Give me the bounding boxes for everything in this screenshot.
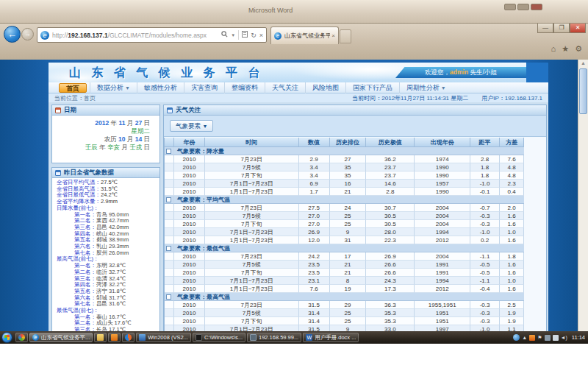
home-icon[interactable]: ⌂ bbox=[551, 44, 556, 54]
refresh-icon[interactable]: ↻ bbox=[251, 32, 257, 39]
menu-item-2[interactable]: 数据分析 ▼ bbox=[90, 82, 137, 93]
table-row[interactable]: 20107月下旬3.43523.719901.84.8 bbox=[165, 171, 524, 180]
menu-item-8[interactable]: 国家下行产品 bbox=[345, 82, 399, 93]
table-cell: 2010 bbox=[174, 261, 205, 269]
tab-close-icon[interactable]: × bbox=[331, 32, 335, 39]
taskbar-task-2[interactable]: e山东省气候业务平... bbox=[29, 333, 93, 342]
stop-icon[interactable]: × bbox=[259, 32, 263, 39]
table-group-row[interactable]: 气象要素：平均气温 bbox=[165, 196, 524, 204]
table-group-row[interactable]: 气象要素：最低气温 bbox=[165, 244, 524, 252]
ranking-value: 临沂 32.7℃ bbox=[96, 269, 126, 275]
menu-item-6[interactable]: 天气关注 bbox=[265, 82, 305, 93]
address-bar[interactable]: e http://192.168.137.1/GLCCLIMATE/module… bbox=[37, 27, 267, 43]
column-header[interactable]: 历史排位 bbox=[330, 138, 367, 147]
taskbar-task-3[interactable] bbox=[94, 333, 107, 342]
table-row[interactable]: 20107月5候3.43523.719901.84.8 bbox=[165, 163, 524, 171]
table-row[interactable]: 20107月23日27.52430.72004-0.72.0 bbox=[165, 204, 524, 212]
column-header[interactable]: 出现年份 bbox=[415, 138, 470, 147]
table-group-row[interactable]: 气象要素：最高气温 bbox=[165, 293, 524, 301]
taskbar-clock[interactable]: 11:14 bbox=[572, 334, 585, 341]
taskbar-task-4[interactable] bbox=[108, 333, 121, 342]
back-button[interactable]: ← bbox=[4, 26, 21, 43]
start-button[interactable] bbox=[1, 332, 12, 343]
compatibility-icon[interactable] bbox=[242, 31, 248, 39]
table-row[interactable]: 20101月1日~7月23日7.61917.32012-0.41.6 bbox=[165, 285, 524, 293]
scroll-up-icon[interactable]: ▲ bbox=[578, 60, 588, 66]
close-icon[interactable] bbox=[531, 4, 542, 10]
collapse-icon[interactable] bbox=[166, 149, 171, 154]
taskbar-task-5[interactable] bbox=[122, 333, 135, 342]
network-tray-icon[interactable] bbox=[553, 335, 559, 341]
table-row[interactable]: 20107月23日31.52936.31955,1951-0.32.5 bbox=[165, 301, 524, 309]
column-header[interactable]: 时间 bbox=[205, 138, 299, 147]
maximize-button[interactable]: ❐ bbox=[553, 24, 570, 33]
taskbar-task-7[interactable]: C:\Windows\s... bbox=[193, 333, 245, 342]
new-tab-button[interactable] bbox=[340, 29, 351, 43]
table-row[interactable]: 20107月下旬23.52126.61991-0.51.6 bbox=[165, 269, 524, 277]
menu-item-1[interactable]: 首页 bbox=[59, 83, 87, 93]
taskbar-task-9[interactable]: W用户手册.docx ... bbox=[303, 333, 359, 342]
table-row[interactable]: 20107月23日24.21726.92004-1.11.8 bbox=[165, 252, 524, 261]
taskbar-task-6[interactable]: Win2008 (VS2... bbox=[136, 333, 191, 342]
globe-tray-icon[interactable] bbox=[513, 334, 520, 341]
minimize-icon[interactable] bbox=[504, 4, 516, 10]
scrollbar-thumb[interactable] bbox=[579, 68, 587, 114]
table-group-row[interactable]: 气象要素：降水量 bbox=[165, 147, 524, 155]
chevron-down-icon[interactable]: ▼ bbox=[231, 33, 235, 38]
table-row[interactable]: 20107月23日2.92736.219742.87.6 bbox=[165, 155, 524, 163]
forward-button[interactable]: → bbox=[21, 28, 34, 40]
favorites-star-icon[interactable]: ★ bbox=[562, 44, 569, 54]
table-cell: 16 bbox=[330, 180, 367, 188]
table-cell: 9 bbox=[330, 228, 367, 236]
menu-item-7[interactable]: 风险地图 bbox=[305, 82, 345, 93]
column-header[interactable]: 历史极值 bbox=[366, 138, 415, 147]
minimize-button[interactable]: — bbox=[537, 24, 553, 33]
collapse-icon[interactable] bbox=[166, 246, 171, 251]
search-icon[interactable] bbox=[221, 31, 228, 39]
menu-item-5[interactable]: 整编资料 bbox=[224, 82, 265, 93]
maximize-icon[interactable] bbox=[517, 4, 529, 10]
thunder-tray-icon[interactable] bbox=[529, 335, 535, 341]
close-button[interactable]: ✕ bbox=[570, 24, 586, 33]
pinwheel-task-icon bbox=[18, 334, 25, 341]
taskbar-task-1[interactable] bbox=[15, 333, 28, 342]
column-header[interactable]: 数值 bbox=[299, 138, 330, 147]
table-cell: 31 bbox=[330, 236, 367, 244]
column-header[interactable]: 方差 bbox=[500, 138, 524, 147]
table-cell: 35 bbox=[330, 171, 367, 180]
ranking-rank: 第一名： bbox=[74, 262, 96, 269]
table-row[interactable]: 20107月下旬31.42535.31951-0.31.9 bbox=[165, 317, 524, 325]
table-row[interactable]: 20107月1日~7月23日26.9928.01994-1.01.0 bbox=[165, 228, 524, 236]
element-filter-button[interactable]: 气象要素 ▼ bbox=[170, 120, 213, 132]
menu-item-9[interactable]: 周期性分析 ▼ bbox=[399, 82, 453, 93]
collapse-icon[interactable] bbox=[166, 294, 171, 300]
table-cell: 35.3 bbox=[366, 309, 415, 317]
table-row[interactable]: 20107月5候23.52126.61991-0.51.6 bbox=[165, 261, 524, 269]
table-row[interactable]: 20107月5候31.42535.31951-0.31.9 bbox=[165, 309, 524, 317]
settings-gear-icon[interactable]: ⚙ bbox=[575, 44, 582, 54]
table-row[interactable]: 20107月1日~7月23日6.91614.61957-1.02.3 bbox=[165, 180, 524, 188]
table-row[interactable]: 20101月1日~7月23日1.7212.81990-0.10.4 bbox=[165, 188, 524, 196]
display-tray-icon[interactable] bbox=[545, 335, 551, 341]
column-header[interactable]: 距平 bbox=[470, 138, 500, 147]
calendar-icon bbox=[55, 107, 61, 113]
collapse-icon[interactable] bbox=[166, 197, 171, 202]
desktop-screen: Microsoft Word ← → e http://192.168.137.… bbox=[0, 0, 588, 344]
menu-item-4[interactable]: 灾害查询 bbox=[184, 82, 224, 93]
page-scrollbar[interactable]: ▲ ▼ bbox=[578, 60, 588, 344]
column-header[interactable]: 年份 bbox=[174, 138, 205, 147]
table-cell: 2010 bbox=[174, 163, 205, 171]
taskbar-task-8[interactable]: 192.168.59.99... bbox=[247, 333, 301, 342]
menu-item-3[interactable]: 敏感性分析 bbox=[137, 82, 184, 93]
url-text[interactable]: http://192.168.137.1/GLCCLIMATE/modules/… bbox=[52, 32, 221, 39]
volume-icon[interactable]: ◄) bbox=[561, 334, 567, 341]
table-row[interactable]: 20107月5候27.02530.52004-0.31.6 bbox=[165, 212, 524, 220]
header-corner bbox=[526, 63, 548, 82]
show-hidden-icons[interactable]: ▲ bbox=[522, 334, 527, 341]
table-row[interactable]: 20107月1日~7月23日23.1824.31994-1.11.0 bbox=[165, 277, 524, 285]
table-row[interactable]: 20107月下旬27.02530.52004-0.31.6 bbox=[165, 220, 524, 228]
action-center-flag-icon[interactable]: ⚑ bbox=[537, 334, 542, 341]
menu-item-label: 整编资料 bbox=[232, 84, 258, 91]
browser-tab[interactable]: e 山东省气候业务平... × bbox=[270, 26, 339, 44]
table-row[interactable]: 20101月1日~7月23日12.03122.320120.21.6 bbox=[165, 236, 524, 244]
